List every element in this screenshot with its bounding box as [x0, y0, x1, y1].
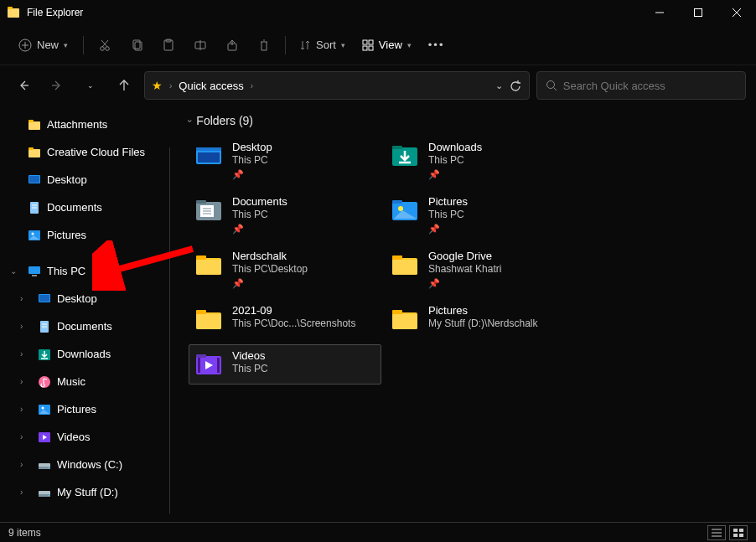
expand-icon[interactable]: › [20, 460, 32, 469]
search-input[interactable] [563, 80, 737, 92]
view-button[interactable]: View ▾ [355, 31, 418, 59]
tree-item[interactable]: ›My Stuff (D:) [0, 478, 172, 506]
expand-icon[interactable]: › [20, 488, 32, 497]
svg-rect-91 [392, 314, 417, 329]
status-bar: 9 items [0, 522, 756, 542]
expand-icon[interactable]: › [20, 405, 32, 414]
folder-lg-icon [390, 304, 420, 334]
paste-button[interactable] [154, 31, 183, 59]
svg-rect-82 [196, 260, 221, 275]
cut-button[interactable] [91, 31, 119, 59]
expand-icon[interactable]: › [20, 432, 32, 441]
chevron-right-icon: › [169, 81, 172, 90]
forward-button[interactable] [44, 72, 70, 99]
folder-item[interactable]: 2021-09 This PC\Doc...\Screenshots [189, 299, 381, 339]
close-button[interactable] [717, 0, 756, 25]
svg-rect-20 [363, 40, 367, 44]
expand-icon[interactable]: › [20, 377, 32, 386]
tree-item[interactable]: ›Videos [0, 423, 172, 451]
copy-button[interactable] [122, 31, 151, 59]
folder-item[interactable]: Google Drive Shashwat Khatri 📌 [385, 245, 577, 294]
share-button[interactable] [218, 31, 246, 59]
tree-item-label: Music [57, 375, 85, 388]
folder-item[interactable]: Pictures My Stuff (D:)\Nerdschalk [385, 299, 577, 339]
tree-item-this-pc[interactable]: ⌄ This PC [0, 257, 172, 285]
tree-item-label: My Stuff (D:) [57, 486, 118, 498]
expand-icon[interactable]: ⌄ [10, 266, 22, 276]
folder-item[interactable]: Nerdschalk This PC\Desktop 📌 [189, 245, 381, 294]
tree-item[interactable]: ›Desktop [0, 166, 172, 194]
content-pane: › Folders (9) Desktop This PC 📌 Download… [172, 106, 756, 522]
svg-rect-85 [392, 260, 417, 275]
folder-item[interactable]: Pictures This PC 📌 [385, 190, 577, 240]
tree-item[interactable]: ›Pictures [0, 221, 172, 249]
svg-line-12 [101, 40, 107, 47]
tree-item[interactable]: ›Pictures [0, 395, 172, 423]
view-button-label: View [379, 39, 402, 51]
refresh-icon [510, 80, 522, 92]
maximize-button[interactable] [679, 0, 717, 25]
pictures-icon [37, 402, 52, 417]
tree-item[interactable]: ›Desktop [0, 285, 172, 312]
svg-rect-22 [363, 46, 367, 50]
breadcrumb[interactable]: Quick access [179, 80, 243, 92]
command-bar: New ▾ Sort ▾ View ▾ ••• [0, 25, 756, 65]
expand-icon[interactable]: › [20, 349, 32, 359]
back-button[interactable] [10, 72, 37, 99]
tree-item[interactable]: ›Music [0, 368, 172, 395]
delete-button[interactable] [250, 31, 278, 59]
music-icon [37, 374, 52, 390]
trash-icon [257, 39, 271, 52]
status-text: 9 items [8, 527, 41, 539]
up-button[interactable] [111, 72, 137, 99]
tree-item-network[interactable]: › Network [0, 514, 172, 522]
svg-rect-100 [733, 529, 738, 532]
address-bar[interactable]: ★ ›Quick access› ⌄ [144, 71, 530, 100]
title-bar: File Explorer [0, 0, 756, 25]
tree-item[interactable]: ›Documents [0, 312, 172, 340]
folder-item[interactable]: Videos This PC [189, 344, 381, 385]
chevron-down-icon: ▾ [341, 41, 345, 49]
refresh-button[interactable] [510, 80, 522, 92]
view-icon [362, 39, 374, 51]
tree-item[interactable]: ›Attachments [0, 111, 172, 138]
downloads-icon [37, 347, 52, 362]
folder-name: Pictures [428, 195, 468, 208]
svg-line-28 [554, 88, 557, 91]
folder-item[interactable]: Downloads This PC 📌 [385, 136, 577, 185]
tree-item[interactable]: ›Downloads [0, 340, 172, 368]
rename-button[interactable] [186, 31, 215, 59]
svg-rect-93 [196, 354, 206, 358]
expand-icon[interactable]: › [20, 294, 32, 303]
details-view-button[interactable] [707, 525, 726, 540]
downloads-lg-icon [390, 141, 420, 171]
sort-icon [299, 39, 311, 51]
scrollbar[interactable] [169, 147, 170, 514]
more-button[interactable]: ••• [422, 31, 452, 59]
recent-button[interactable]: ⌄ [77, 72, 104, 99]
sort-button[interactable]: Sort ▾ [293, 31, 352, 59]
sort-button-label: Sort [316, 39, 336, 51]
tree-item[interactable]: ›Documents [0, 194, 172, 221]
chevron-down-icon[interactable]: ⌄ [495, 80, 503, 91]
pin-icon: 📌 [428, 224, 468, 235]
tree-item-label: Documents [57, 320, 112, 333]
tree-item[interactable]: ›Creative Cloud Files [0, 138, 172, 166]
folder-item[interactable]: Desktop This PC 📌 [189, 136, 381, 185]
group-header[interactable]: › Folders (9) [189, 114, 749, 127]
thumbnails-view-button[interactable] [729, 525, 748, 540]
new-button[interactable]: New ▾ [10, 31, 76, 59]
pin-icon: 📌 [232, 278, 308, 289]
folder-yellow-icon [27, 145, 42, 160]
ellipsis-icon: ••• [428, 39, 445, 51]
minimize-button[interactable] [640, 0, 679, 25]
svg-rect-1 [8, 7, 13, 9]
svg-rect-101 [739, 529, 743, 532]
expand-icon[interactable]: › [20, 322, 32, 331]
tree-item[interactable]: ›Windows (C:) [0, 451, 172, 478]
chevron-down-icon: › [185, 119, 194, 121]
svg-rect-84 [392, 256, 402, 260]
chevron-right-icon: › [251, 81, 253, 90]
search-box[interactable] [536, 71, 746, 100]
folder-item[interactable]: Documents This PC 📌 [189, 190, 381, 240]
